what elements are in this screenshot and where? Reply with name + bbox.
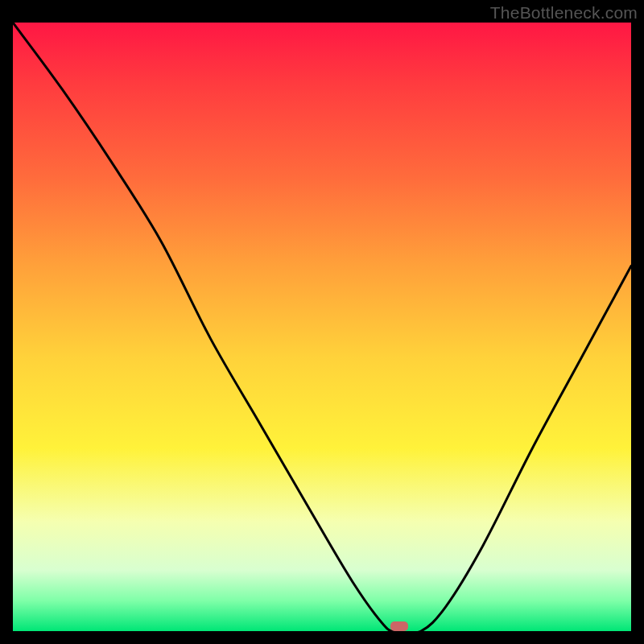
chart-frame: TheBottleneck.com bbox=[0, 0, 644, 644]
bottleneck-curve-plot bbox=[13, 23, 631, 631]
optimum-marker bbox=[390, 621, 408, 631]
gradient-background bbox=[13, 23, 631, 631]
plot-outer bbox=[13, 23, 631, 631]
watermark-label: TheBottleneck.com bbox=[490, 3, 638, 23]
